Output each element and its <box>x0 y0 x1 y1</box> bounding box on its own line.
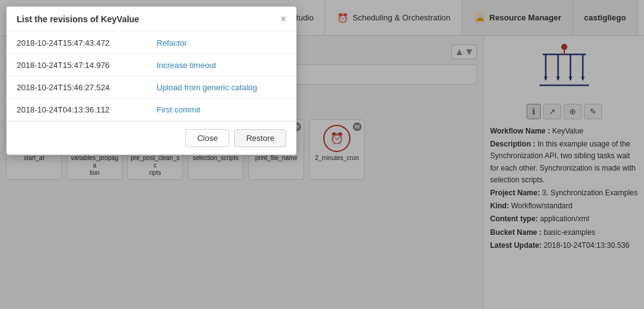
close-button[interactable]: Close <box>185 129 229 147</box>
modal-footer: Close Restore <box>7 121 296 154</box>
revision-table: 2018-10-24T15:47:43.472Refactor2018-10-2… <box>7 32 296 121</box>
revision-timestamp: 2018-10-24T04:13:36.112 <box>7 99 146 121</box>
revision-row[interactable]: 2018-10-24T04:13:36.112First commit <box>7 99 296 121</box>
revision-modal: List the revisions of KeyValue × 2018-10… <box>6 6 297 155</box>
revision-action[interactable]: Upload from generic catalog <box>146 77 296 99</box>
restore-button[interactable]: Restore <box>234 129 286 147</box>
revision-action[interactable]: First commit <box>146 99 296 121</box>
revision-row[interactable]: 2018-10-24T15:46:27.524Upload from gener… <box>7 77 296 99</box>
revision-timestamp: 2018-10-24T15:47:14.976 <box>7 54 146 77</box>
revision-row[interactable]: 2018-10-24T15:47:14.976Increase timeout <box>7 54 296 77</box>
modal-header: List the revisions of KeyValue × <box>7 7 296 32</box>
revision-action[interactable]: Increase timeout <box>146 54 296 77</box>
revision-row[interactable]: 2018-10-24T15:47:43.472Refactor <box>7 32 296 54</box>
modal-body: 2018-10-24T15:47:43.472Refactor2018-10-2… <box>7 32 296 121</box>
revision-timestamp: 2018-10-24T15:47:43.472 <box>7 32 146 54</box>
revision-action[interactable]: Refactor <box>146 32 296 54</box>
modal-title: List the revisions of KeyValue <box>17 14 139 24</box>
modal-close-button[interactable]: × <box>281 14 286 24</box>
revision-timestamp: 2018-10-24T15:46:27.524 <box>7 77 146 99</box>
